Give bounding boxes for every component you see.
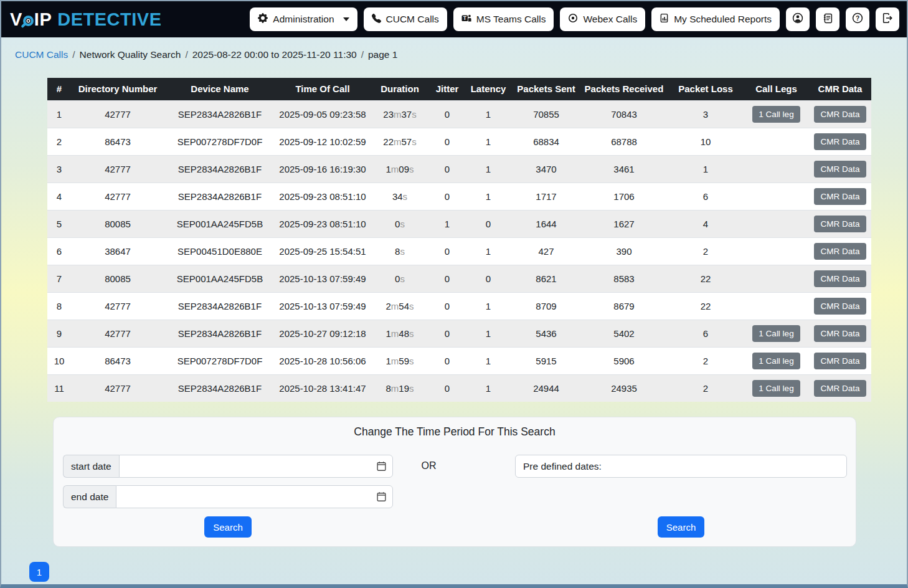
table-row: 10 86473 SEP007278DF7D0F 2025-10-28 10:5… (47, 347, 871, 374)
header-packets-sent: Packets Sent (512, 78, 580, 100)
cell-num: 5 (47, 210, 71, 237)
webex-calls-button[interactable]: Webex Calls (560, 7, 645, 31)
cell-latency: 1 (465, 292, 512, 320)
breadcrumb-separator: / (72, 49, 75, 60)
help-button[interactable]: ? (846, 7, 869, 31)
cell-cmr-data: CMR Data (809, 210, 871, 237)
call-leg-button[interactable]: 1 Call leg (752, 353, 800, 369)
header-duration: Duration (370, 78, 430, 100)
call-leg-button[interactable]: 1 Call leg (752, 106, 800, 123)
cmr-data-button[interactable]: CMR Data (814, 216, 866, 232)
cell-packet-loss: 22 (668, 265, 744, 292)
cell-call-legs (744, 128, 809, 155)
calendar-icon[interactable] (376, 491, 387, 502)
cell-packet-loss: 2 (668, 237, 744, 265)
cell-device-name: SEP2834A2826B1F (164, 292, 275, 320)
cmr-data-button[interactable]: CMR Data (814, 106, 866, 123)
table-row: 5 80085 SEP001AA245FD5B 2025-09-23 08:51… (47, 210, 871, 237)
cell-cmr-data: CMR Data (809, 320, 871, 347)
cmr-data-button[interactable]: CMR Data (814, 298, 866, 315)
call-leg-button[interactable]: 1 Call leg (752, 325, 800, 342)
gear-icon (258, 13, 268, 26)
predefined-search-button[interactable]: Search (658, 516, 705, 538)
account-button[interactable] (786, 7, 810, 31)
cell-call-legs: 1 Call leg (744, 347, 809, 374)
cell-packets-received: 8583 (580, 265, 668, 292)
header-time-of-call: Time Of Call (275, 78, 370, 100)
cell-latency: 1 (465, 374, 512, 402)
ms-teams-calls-button[interactable]: T MS Teams Calls (453, 7, 554, 31)
webex-icon (568, 13, 578, 26)
cell-cmr-data: CMR Data (809, 155, 871, 183)
cmr-data-button[interactable]: CMR Data (814, 133, 866, 150)
cell-packets-received: 1627 (580, 210, 668, 237)
cell-packet-loss: 3 (668, 100, 744, 128)
cell-packet-loss: 2 (668, 347, 744, 374)
breadcrumb: CUCM Calls/Network Quality Search/2025-0… (15, 49, 907, 60)
cmr-data-button[interactable]: CMR Data (814, 270, 866, 287)
cell-jitter: 0 (430, 347, 465, 374)
cell-packets-sent: 8621 (512, 265, 580, 292)
cell-latency: 1 (465, 155, 512, 183)
cell-latency: 1 (465, 100, 512, 128)
administration-menu-button[interactable]: Administration (250, 7, 357, 31)
breadcrumb-cucm-calls-link[interactable]: CUCM Calls (15, 49, 68, 60)
cell-packets-received: 390 (580, 237, 668, 265)
table-row: 1 42777 SEP2834A2826B1F 2025-09-05 09:23… (47, 100, 871, 128)
cmr-data-button[interactable]: CMR Data (814, 380, 866, 397)
cell-packet-loss: 1 (668, 155, 744, 183)
cell-latency: 1 (465, 347, 512, 374)
header-call-legs: Call Legs (744, 78, 809, 100)
voip-detective-logo[interactable]: VIPDETECTIVE (10, 9, 162, 30)
cell-time-of-call: 2025-09-12 10:02:59 (275, 128, 370, 155)
cell-duration: 1m09s (370, 155, 430, 183)
ms-teams-icon: T (461, 13, 471, 26)
cell-packet-loss: 6 (668, 183, 744, 210)
cell-packets-sent: 3470 (512, 155, 580, 183)
table-row: 4 42777 SEP2834A2826B1F 2025-09-23 08:51… (47, 183, 871, 210)
cmr-data-button[interactable]: CMR Data (814, 188, 866, 205)
cell-call-legs (744, 210, 809, 237)
start-date-input[interactable] (119, 455, 393, 478)
logout-icon (882, 12, 893, 26)
cell-packets-sent: 5915 (512, 347, 580, 374)
page-1-button[interactable]: 1 (29, 562, 49, 582)
cucm-calls-button[interactable]: CUCM Calls (364, 7, 447, 31)
call-leg-button[interactable]: 1 Call leg (752, 380, 800, 397)
header-latency: Latency (465, 78, 512, 100)
journal-button[interactable] (816, 7, 839, 31)
cell-device-name: SEP001AA245FD5B (164, 265, 275, 292)
cell-time-of-call: 2025-10-13 07:59:49 (275, 265, 370, 292)
cell-packets-sent: 8709 (512, 292, 580, 320)
cell-packets-sent: 24944 (512, 374, 580, 402)
end-date-input[interactable] (116, 485, 393, 508)
date-range-search-button[interactable]: Search (204, 516, 252, 538)
cmr-data-button[interactable]: CMR Data (814, 243, 866, 260)
header-device-name: Device Name (164, 78, 275, 100)
cell-cmr-data: CMR Data (809, 183, 871, 210)
cell-jitter: 0 (430, 374, 465, 402)
cell-time-of-call: 2025-09-16 16:19:30 (275, 155, 370, 183)
cell-jitter: 0 (430, 128, 465, 155)
table-row: 2 86473 SEP007278DF7D0F 2025-09-12 10:02… (47, 128, 871, 155)
calendar-icon[interactable] (376, 461, 387, 472)
time-period-search-card: Change The Time Period For This Search s… (53, 417, 856, 547)
cell-packet-loss: 2 (668, 374, 744, 402)
cell-time-of-call: 2025-09-25 15:54:51 (275, 237, 370, 265)
breadcrumb-page: page 1 (368, 49, 397, 60)
cmr-data-button[interactable]: CMR Data (814, 325, 866, 342)
table-row: 3 42777 SEP2834A2826B1F 2025-09-16 16:19… (47, 155, 871, 183)
cell-packets-received: 70843 (580, 100, 668, 128)
cell-cmr-data: CMR Data (809, 292, 871, 320)
table-header: # Directory Number Device Name Time Of C… (47, 78, 871, 100)
cell-packets-sent: 70855 (512, 100, 580, 128)
predefined-dates-select[interactable]: Pre defined dates: (515, 455, 847, 478)
cmr-data-button[interactable]: CMR Data (814, 161, 866, 178)
cell-jitter: 0 (430, 183, 465, 210)
cmr-data-button[interactable]: CMR Data (814, 353, 866, 369)
my-scheduled-reports-button[interactable]: My Scheduled Reports (651, 7, 780, 31)
cell-cmr-data: CMR Data (809, 128, 871, 155)
cell-duration: 1m48s (370, 320, 430, 347)
logout-button[interactable] (876, 7, 899, 31)
header-packets-received: Packets Received (580, 78, 668, 100)
